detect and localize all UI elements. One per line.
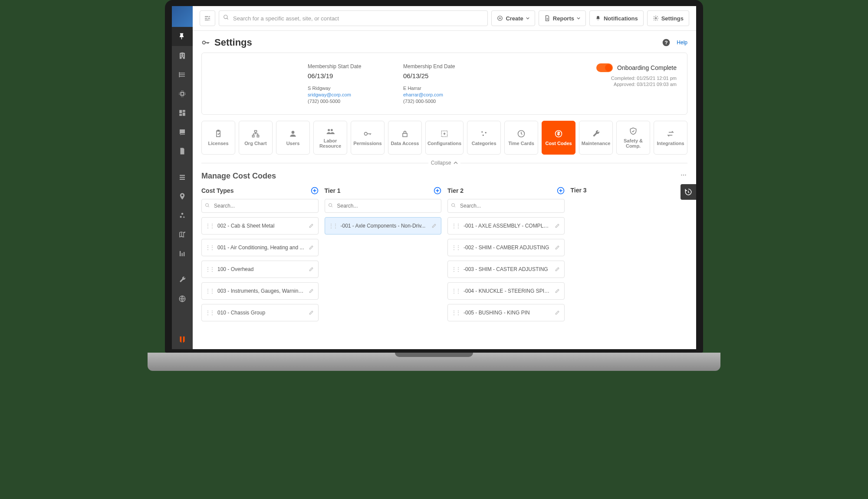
edit-button[interactable] [555, 266, 561, 273]
collapse-button[interactable]: Collapse [201, 160, 687, 166]
sidebar-item-document[interactable] [172, 142, 193, 161]
pencil-icon [309, 244, 315, 250]
edit-button[interactable] [555, 309, 561, 317]
tab-licenses[interactable]: Licenses [201, 121, 235, 155]
tab-users[interactable]: Users [276, 121, 310, 155]
onboarding-approved: Approved: 03/12/21 09:03 am [596, 82, 677, 87]
edit-button[interactable] [309, 222, 315, 230]
list-item[interactable]: ⋮⋮-003 - SHIM - CASTER ADJUSTING [447, 261, 565, 278]
drag-handle-icon[interactable]: ⋮⋮ [451, 266, 460, 272]
tab-timecards[interactable]: Time Cards [504, 121, 538, 155]
onboarding-label: Onboarding Complete [617, 64, 677, 71]
add-tier2-button[interactable] [557, 187, 565, 195]
list-item[interactable]: ⋮⋮-001 - Axle Components - Non-Driv... [325, 217, 442, 235]
list-item[interactable]: ⋮⋮100 - Overhead [201, 261, 319, 278]
help-icon: ? [662, 38, 671, 47]
sidebar-item-list[interactable] [172, 168, 193, 187]
sidebar-item-library[interactable] [172, 65, 193, 84]
sidebar-item-globe[interactable] [172, 289, 193, 308]
add-tier1-button[interactable] [434, 187, 441, 195]
pencil-icon [309, 222, 315, 228]
history-button[interactable] [681, 184, 696, 200]
list-item[interactable]: ⋮⋮002 - Cab & Sheet Metal [201, 217, 319, 235]
tab-integrations[interactable]: Integrations [654, 121, 687, 155]
wrench-icon [592, 129, 600, 138]
drag-handle-icon[interactable]: ⋮⋮ [451, 245, 460, 251]
sidebar-item-dashboard[interactable] [172, 103, 193, 122]
drag-handle-icon[interactable]: ⋮⋮ [451, 310, 460, 316]
sliders-icon [204, 15, 211, 22]
contact2-email[interactable]: eharrar@corp.com [403, 92, 481, 97]
list-item[interactable]: ⋮⋮003 - Instruments, Gauges, Warning ... [201, 282, 319, 300]
list-item[interactable]: ⋮⋮-004 - KNUCKLE - STEERING SPIN... [447, 282, 565, 300]
search-icon [223, 14, 229, 22]
list-item[interactable]: ⋮⋮010 - Chassis Group [201, 304, 319, 321]
svg-rect-16 [403, 133, 407, 137]
global-search-input[interactable] [219, 10, 488, 26]
sidebar-item-pin[interactable] [172, 27, 193, 46]
drag-handle-icon[interactable]: ⋮⋮ [205, 245, 214, 251]
sidebar-item-chip[interactable] [172, 84, 193, 103]
sidebar-item-map[interactable] [172, 225, 193, 244]
sidebar-item-shapes[interactable] [172, 206, 193, 225]
edit-button[interactable] [555, 222, 561, 230]
pencil-icon [431, 222, 437, 228]
more-button[interactable] [680, 171, 687, 181]
drag-handle-icon[interactable]: ⋮⋮ [451, 223, 460, 229]
edit-button[interactable] [555, 288, 561, 295]
drag-handle-icon[interactable]: ⋮⋮ [329, 223, 337, 229]
settings-button[interactable]: Settings [647, 10, 689, 26]
sidebar-item-chart[interactable] [172, 244, 193, 263]
edit-button[interactable] [309, 244, 315, 251]
settings-tabs: Licenses Org Chart Users Labor Resource … [201, 121, 687, 155]
sidebar-item-chat[interactable] [172, 122, 193, 142]
reports-button-label: Reports [553, 15, 574, 22]
scatter-icon [480, 129, 488, 138]
list-item[interactable]: ⋮⋮001 - Air Conditioning, Heating and ..… [201, 239, 319, 256]
tab-permissions[interactable]: Permissions [351, 121, 385, 155]
edit-button[interactable] [309, 266, 315, 273]
tab-maintenance[interactable]: Maintenance [579, 121, 613, 155]
onboarding-completed: Completed: 01/25/21 12:01 pm [596, 76, 677, 81]
sidebar-item-wrench[interactable] [172, 270, 193, 289]
list-item[interactable]: ⋮⋮-005 - BUSHING - KING PIN [447, 304, 565, 321]
group-icon [326, 127, 335, 135]
drag-handle-icon[interactable]: ⋮⋮ [205, 310, 214, 316]
contact1-email[interactable]: sridgway@corp.com [308, 92, 386, 97]
tier1-search[interactable] [325, 199, 442, 213]
tab-configurations[interactable]: Configurations [425, 121, 464, 155]
sidebar-item-location[interactable] [172, 187, 193, 206]
tab-labor[interactable]: Labor Resource [313, 121, 347, 155]
create-button-label: Create [506, 15, 523, 22]
drag-handle-icon[interactable]: ⋮⋮ [205, 288, 214, 294]
notifications-button-label: Notifications [604, 15, 638, 22]
drag-handle-icon[interactable]: ⋮⋮ [205, 223, 214, 229]
cost-types-search[interactable] [201, 199, 319, 213]
contact1-phone: (732) 000-5000 [308, 99, 386, 104]
list-item[interactable]: ⋮⋮-002 - SHIM - CAMBER ADJUSTING [447, 239, 565, 256]
list-item[interactable]: ⋮⋮-001 - AXLE ASSEMBLY - COMPLE... [447, 217, 565, 235]
tab-costcodes[interactable]: Cost Codes [542, 121, 575, 155]
onboarding-toggle[interactable] [596, 63, 613, 72]
create-button[interactable]: Create [491, 10, 535, 26]
tab-dataaccess[interactable]: Data Access [388, 121, 422, 155]
edit-button[interactable] [555, 244, 561, 251]
help-link[interactable]: ? Help [662, 38, 687, 47]
notifications-button[interactable]: Notifications [589, 10, 644, 26]
reports-button[interactable]: Reports [539, 10, 586, 26]
drag-handle-icon[interactable]: ⋮⋮ [205, 266, 214, 272]
add-cost-type-button[interactable] [311, 187, 319, 195]
tab-safety[interactable]: Safety & Comp. [616, 121, 650, 155]
svg-point-3 [224, 15, 227, 19]
edit-button[interactable] [431, 222, 437, 230]
tier2-search[interactable] [447, 199, 565, 213]
list-item-label: 100 - Overhead [217, 266, 305, 272]
lock-icon [401, 129, 409, 138]
edit-button[interactable] [309, 309, 315, 317]
sidebar-item-building[interactable] [172, 46, 193, 65]
tab-orgchart[interactable]: Org Chart [239, 121, 273, 155]
edit-button[interactable] [309, 288, 315, 295]
tab-categories[interactable]: Categories [467, 121, 501, 155]
filter-button[interactable] [200, 10, 215, 26]
drag-handle-icon[interactable]: ⋮⋮ [451, 288, 460, 294]
